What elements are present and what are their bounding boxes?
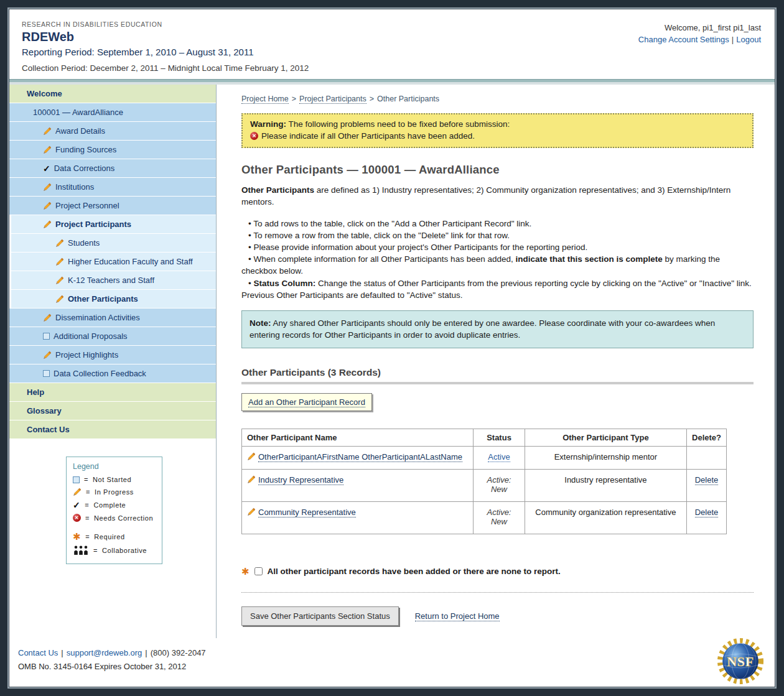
sidebar-item-project-participants[interactable]: Project Participants bbox=[9, 215, 216, 234]
add-record-button[interactable]: Add an Other Participant Record bbox=[241, 393, 372, 411]
legend-label: Needs Correction bbox=[94, 514, 153, 522]
legend-box: Legend =Not Started =In Progress ✓=Compl… bbox=[66, 457, 162, 564]
checkbox-icon bbox=[73, 476, 80, 483]
sidebar-item-award[interactable]: 100001 — AwardAlliance bbox=[9, 103, 216, 122]
participant-name-link[interactable]: Industry Representative bbox=[258, 475, 343, 485]
logout-link[interactable]: Logout bbox=[736, 35, 761, 44]
sidebar-item-label: Students bbox=[68, 238, 100, 248]
sidebar-item-award-details[interactable]: Award Details bbox=[9, 122, 216, 141]
pencil-icon bbox=[55, 276, 64, 285]
nsf-logo: NSF bbox=[716, 637, 765, 685]
legend-item: =Not Started bbox=[73, 476, 156, 483]
legend-label: In Progress bbox=[95, 488, 134, 496]
breadcrumb-link-project-participants[interactable]: Project Participants bbox=[299, 95, 366, 104]
participant-name-link[interactable]: Community Representative bbox=[258, 508, 356, 517]
pencil-icon bbox=[43, 127, 52, 136]
delete-cell: Delete bbox=[687, 470, 727, 502]
delete-link[interactable]: Delete bbox=[695, 508, 719, 517]
sidebar-item-label: Dissemination Activities bbox=[55, 313, 140, 322]
return-home-link[interactable]: Return to Project Home bbox=[415, 611, 500, 621]
sidebar-item-contact-us[interactable]: Contact Us bbox=[9, 420, 216, 439]
column-header-name: Other Participant Name bbox=[242, 429, 474, 447]
required-asterisk-icon: ✱ bbox=[241, 567, 250, 576]
footer-email-link[interactable]: support@rdeweb.org bbox=[67, 648, 142, 657]
breadcrumb-link-project-home[interactable]: Project Home bbox=[241, 95, 289, 104]
sidebar-item-funding-sources[interactable]: Funding Sources bbox=[9, 141, 216, 159]
save-section-button[interactable]: Save Other Participants Section Status bbox=[241, 606, 399, 626]
legend-item: =In Progress bbox=[73, 488, 156, 496]
pencil-icon bbox=[247, 475, 256, 484]
sidebar-item-k12-teachers[interactable]: K-12 Teachers and Staff bbox=[9, 271, 216, 290]
breadcrumb: Project Home>Project Participants>Other … bbox=[241, 95, 754, 103]
section-complete-label: All other participant records have been … bbox=[268, 567, 561, 576]
definition-paragraph: Other Participants are defined as 1) Ind… bbox=[241, 185, 754, 208]
warning-error-text: Please indicate if all Other Participant… bbox=[261, 131, 475, 141]
sidebar-item-help[interactable]: Help bbox=[9, 383, 216, 402]
sidebar-item-students[interactable]: Students bbox=[9, 234, 216, 253]
action-row: Save Other Participants Section Status R… bbox=[241, 606, 754, 626]
column-header-delete: Delete? bbox=[687, 429, 727, 447]
pencil-icon bbox=[247, 508, 256, 516]
status-cell: Active: New bbox=[474, 502, 525, 534]
warning-label: Warning: bbox=[250, 119, 286, 129]
legend-item: =Collaborative bbox=[73, 545, 156, 555]
footer-contact-link[interactable]: Contact Us bbox=[18, 648, 58, 657]
pencil-icon bbox=[73, 488, 82, 496]
sidebar-item-label: Institutions bbox=[55, 182, 94, 192]
section-complete-checkbox[interactable] bbox=[254, 567, 263, 575]
sidebar-item-project-highlights[interactable]: Project Highlights bbox=[9, 346, 216, 364]
sidebar-item-label: Project Participants bbox=[55, 220, 131, 229]
warning-box: Warning: The following problems need to … bbox=[241, 113, 754, 148]
breadcrumb-current: Other Participants bbox=[377, 95, 439, 103]
sidebar-item-other-participants[interactable]: Other Participants bbox=[9, 290, 216, 309]
sidebar-item-welcome[interactable]: Welcome bbox=[9, 85, 216, 103]
sidebar-item-data-corrections[interactable]: ✓Data Corrections bbox=[9, 159, 216, 178]
legend-title: Legend bbox=[73, 462, 156, 471]
change-account-settings-link[interactable]: Change Account Settings bbox=[638, 35, 729, 44]
status-cell: Active: New bbox=[474, 470, 525, 502]
check-icon: ✓ bbox=[43, 164, 50, 173]
legend-item: ✕=Needs Correction bbox=[73, 514, 156, 522]
sidebar-item-label: 100001 — AwardAlliance bbox=[33, 108, 123, 117]
sidebar-item-additional-proposals[interactable]: Additional Proposals bbox=[9, 327, 216, 346]
status-link[interactable]: Active bbox=[488, 452, 510, 462]
sidebar-item-higher-ed-faculty[interactable]: Higher Education Faculty and Staff bbox=[9, 253, 216, 271]
sidebar-item-label: Project Highlights bbox=[55, 350, 118, 360]
sidebar-item-glossary[interactable]: Glossary bbox=[9, 402, 216, 420]
sidebar-item-project-personnel[interactable]: Project Personnel bbox=[9, 197, 216, 215]
app-title: RDEWeb bbox=[22, 30, 309, 44]
delete-link[interactable]: Delete bbox=[695, 475, 719, 485]
participant-name-link[interactable]: OtherParticipantAFirstName OtherParticip… bbox=[258, 452, 462, 462]
checkbox-icon bbox=[43, 370, 50, 377]
add-record-link[interactable]: Add an Other Participant Record bbox=[248, 397, 365, 407]
section-divider bbox=[241, 592, 754, 593]
header-divider-bar bbox=[9, 79, 775, 85]
sidebar-item-institutions[interactable]: Institutions bbox=[9, 178, 216, 197]
legend-item: ✓=Complete bbox=[73, 501, 156, 509]
participant-name-cell: Industry Representative bbox=[242, 470, 474, 502]
section-complete-row: ✱ All other participant records have bee… bbox=[241, 567, 754, 576]
legend-item: ✱=Required bbox=[73, 532, 156, 541]
omb-text: OMB No. 3145-0164 Expires October 31, 20… bbox=[18, 662, 765, 671]
instruction-item: Please provide information about your pr… bbox=[241, 241, 754, 253]
sidebar-item-data-collection-feedback[interactable]: Data Collection Feedback bbox=[9, 364, 216, 383]
instruction-item: To add rows to the table, click on the "… bbox=[241, 218, 754, 230]
main-content: Project Home>Project Participants>Other … bbox=[217, 85, 775, 638]
note-box: Note: Any shared Other Participants shou… bbox=[241, 310, 754, 348]
delete-cell bbox=[687, 447, 727, 470]
check-icon: ✓ bbox=[73, 501, 80, 509]
welcome-text: Welcome, pi1_first pi1_last bbox=[638, 23, 761, 32]
legend-label: Required bbox=[94, 533, 124, 541]
table-row: Industry Representative Active: New Indu… bbox=[242, 470, 727, 502]
legend-label: Complete bbox=[93, 501, 126, 509]
collection-period: Collection Period: December 2, 2011 – Mi… bbox=[22, 63, 309, 73]
pencil-icon bbox=[43, 351, 52, 360]
reporting-period: Reporting Period: September 1, 2010 – Au… bbox=[22, 47, 309, 57]
sidebar-item-dissemination[interactable]: Dissemination Activities bbox=[9, 309, 216, 327]
footer-contact-line: Contact Us|support@rdeweb.org|(800) 392-… bbox=[18, 648, 765, 657]
pencil-icon bbox=[55, 295, 64, 304]
sidebar-item-label: Contact Us bbox=[27, 425, 70, 434]
status-text: Active: New bbox=[483, 508, 515, 526]
footer-phone: (800) 392-2047 bbox=[151, 648, 206, 657]
asterisk-icon: ✱ bbox=[73, 532, 81, 541]
